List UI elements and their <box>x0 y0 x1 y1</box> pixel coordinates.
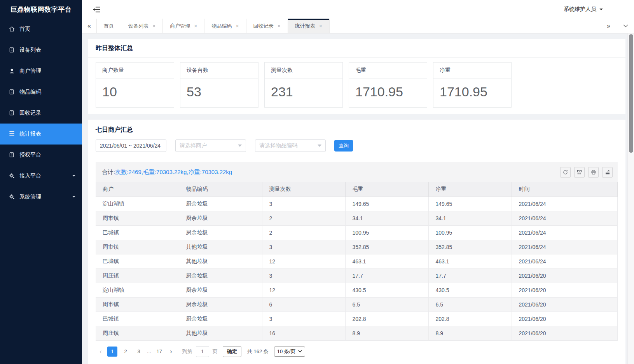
table-cell: 2021/06/24 <box>512 254 618 268</box>
sidebar-item-home[interactable]: 首页 <box>0 19 82 40</box>
table-row: 周市镇其他垃圾3352.85352.852021/06/24 <box>96 240 618 254</box>
page-number-17[interactable]: 17 <box>154 347 164 357</box>
tab-home[interactable]: 首页 <box>97 19 121 33</box>
table-cell: 2021/06/20 <box>512 283 618 297</box>
item-code-select[interactable]: 请选择物品编码 <box>255 139 326 152</box>
stat-card-label: 设备台数 <box>180 63 258 78</box>
menu-lines-icon <box>9 131 16 138</box>
page-unit-label: 页 <box>213 348 218 355</box>
table-cell: 其他垃圾 <box>179 254 262 268</box>
doc-list-icon <box>9 152 16 158</box>
table-row: 周庄镇厨余垃圾317.717.72021/06/20 <box>96 268 618 283</box>
merchant-select[interactable]: 请选择商户 <box>175 139 246 152</box>
sidebar-item-recycle-records[interactable]: 回收记录 <box>0 103 82 124</box>
goto-page-input[interactable] <box>196 346 209 357</box>
home-icon <box>9 26 16 33</box>
table-cell: 其他垃圾 <box>179 326 262 340</box>
open-tabs: 首页设备列表×商户管理×物品编码×回收记录×统计报表× <box>97 19 330 33</box>
sidebar-item-label: 商户管理 <box>19 68 41 75</box>
search-button[interactable]: 查询 <box>334 140 353 152</box>
table-cell: 周庄镇 <box>96 326 179 340</box>
scrollbar-thumb[interactable] <box>629 34 633 153</box>
sidebar-item-access-platform[interactable]: 接入平台 <box>0 165 82 186</box>
table-cell: 2021/06/20 <box>512 312 618 326</box>
sidebar-item-label: 授权平台 <box>19 152 41 158</box>
sidebar-item-device-list[interactable]: 设备列表 <box>0 40 82 61</box>
page-number-3[interactable]: 3 <box>134 347 144 357</box>
sidebar-item-system-management[interactable]: 系统管理 <box>0 186 82 207</box>
tab-label: 回收记录 <box>253 23 274 30</box>
tab-item-code[interactable]: 物品编码× <box>204 19 246 33</box>
table-cell: 149.65 <box>345 197 428 211</box>
table-cell: 2021/06/24 <box>512 240 618 254</box>
collapse-sidebar-icon[interactable] <box>93 6 100 13</box>
sidebar-item-merchant-management[interactable]: 商户管理 <box>0 61 82 82</box>
close-icon[interactable]: × <box>194 23 197 29</box>
tabs-menu-icon[interactable] <box>617 19 634 33</box>
table-cell: 2021/06/20 <box>512 297 618 312</box>
close-icon[interactable]: × <box>236 23 239 29</box>
goto-confirm-button[interactable]: 确定 <box>223 346 241 357</box>
sidebar-item-statistics-report[interactable]: 统计报表 <box>0 124 82 145</box>
stat-card-device-count: 设备台数53 <box>180 62 258 108</box>
table-cell: 202.8 <box>428 312 512 326</box>
vertical-scrollbar[interactable] <box>627 33 634 364</box>
tab-recycle-records[interactable]: 回收记录× <box>246 19 288 33</box>
page-number-2[interactable]: 2 <box>121 347 131 357</box>
stat-cards-row: 商户数量10设备台数53测量次数231毛重1710.95净重1710.95 <box>96 62 618 108</box>
close-icon[interactable]: × <box>319 23 322 29</box>
export-button[interactable] <box>602 167 613 178</box>
close-icon[interactable]: × <box>278 23 281 29</box>
tab-statistics-report[interactable]: 统计报表× <box>288 19 330 33</box>
print-button[interactable] <box>588 167 599 178</box>
date-range-input[interactable] <box>96 139 166 152</box>
sidebar-item-item-code[interactable]: 物品编码 <box>0 82 82 103</box>
close-icon[interactable]: × <box>152 23 155 29</box>
columns-button[interactable] <box>574 167 585 178</box>
tab-device-list[interactable]: 设备列表× <box>121 19 163 33</box>
divider <box>88 57 625 57</box>
table-cell: 100.95 <box>345 225 428 240</box>
doc-list-icon <box>9 110 16 117</box>
caret-down-icon <box>72 175 76 177</box>
table-row: 巴城镇厨余垃圾3202.8202.82021/06/20 <box>96 312 618 326</box>
column-header: 测量次数 <box>262 182 345 197</box>
table-cell: 厨余垃圾 <box>179 268 262 283</box>
next-page-icon[interactable]: › <box>166 347 176 357</box>
table-cell: 周庄镇 <box>96 268 179 283</box>
main-content: 昨日整体汇总 商户数量10设备台数53测量次数231毛重1710.95净重171… <box>82 33 627 364</box>
table-cell: 430.5 <box>345 283 428 297</box>
tab-merchant-management[interactable]: 商户管理× <box>163 19 204 33</box>
caret-down-icon <box>318 145 321 147</box>
prev-page-icon[interactable]: ‹ <box>96 347 106 357</box>
page-size-select[interactable]: 10 条/页 <box>274 347 306 357</box>
table-cell: 352.85 <box>428 240 512 254</box>
table-cell: 周市镇 <box>96 297 179 312</box>
sidebar-item-auth-platform[interactable]: 授权平台 <box>0 145 82 165</box>
refresh-button[interactable] <box>560 167 571 178</box>
tabs-scroll-left-icon[interactable]: « <box>82 19 97 33</box>
stat-card-net-weight: 净重1710.95 <box>433 62 512 108</box>
caret-down-icon <box>72 196 76 198</box>
chevron-down-icon <box>599 8 603 11</box>
tabs-scroll-right-icon[interactable]: » <box>600 19 617 33</box>
table-cell: 2021/06/20 <box>512 326 618 340</box>
stat-card-gross-weight: 毛重1710.95 <box>349 62 427 108</box>
goto-label: 到第 <box>182 348 192 355</box>
column-header: 毛重 <box>345 182 428 197</box>
totals-prefix: 合计: <box>102 169 115 175</box>
sidebar-item-label: 统计报表 <box>19 131 41 138</box>
totals-text: 合计:次数:2469,毛重:70303.22kg,净重:70303.22kg <box>102 169 232 176</box>
table-cell: 淀山湖镇 <box>96 283 179 297</box>
table-cell: 厨余垃圾 <box>179 297 262 312</box>
user-menu[interactable]: 系统维护人员 <box>564 6 603 13</box>
yesterday-summary-title: 昨日整体汇总 <box>96 44 618 52</box>
table-cell: 6.5 <box>428 297 512 312</box>
doc-list-icon <box>9 47 16 54</box>
stat-card-label: 商户数量 <box>96 63 174 78</box>
table-cell: 3 <box>262 197 345 211</box>
sidebar-item-label: 物品编码 <box>19 89 41 96</box>
column-header: 物品编码 <box>179 182 262 197</box>
tab-label: 首页 <box>104 23 114 30</box>
page-number-1[interactable]: 1 <box>107 347 117 357</box>
